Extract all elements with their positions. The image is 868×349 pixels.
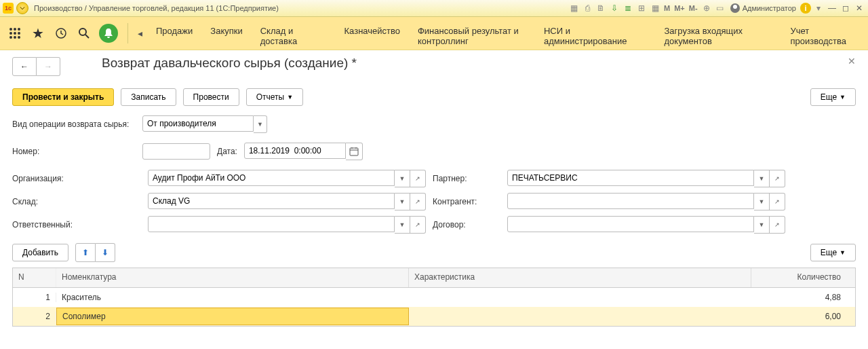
nav-separator: [127, 23, 128, 43]
partner-open-button[interactable]: ↗: [770, 170, 785, 187]
contragent-select[interactable]: ▼ ↗: [507, 193, 785, 210]
search-icon[interactable]: [76, 25, 92, 41]
move-down-button[interactable]: ⬇: [96, 243, 115, 262]
title-bar-tools: ▦ ⎙ 🗎 ⇩ ≣ ⊞ ▦ M M+ M- ⊕ ▭ Администратор …: [568, 2, 865, 14]
info-caret-icon[interactable]: ▾: [812, 2, 825, 14]
col-characteristic[interactable]: Характеристика: [409, 268, 751, 287]
mem-mp[interactable]: M+: [673, 4, 686, 12]
forward-button[interactable]: →: [37, 57, 60, 76]
table-more-button[interactable]: Еще▼: [810, 244, 856, 261]
col-quantity[interactable]: Количество: [751, 268, 846, 287]
dropdown-button[interactable]: [16, 2, 28, 14]
nav-item-finresult[interactable]: Финансовый результат и контроллинг: [418, 20, 526, 46]
mem-m[interactable]: M: [663, 4, 671, 12]
move-up-button[interactable]: ⬆: [75, 243, 96, 262]
op-type-row: Вид операции возврата сырья: ▼: [12, 115, 856, 133]
nav-item-sales[interactable]: Продажи: [156, 20, 193, 36]
date-field[interactable]: [244, 143, 363, 160]
contract-input[interactable]: [507, 216, 754, 232]
post-and-close-button[interactable]: Провести и закрыть: [12, 88, 114, 106]
store-open-button[interactable]: ↗: [410, 193, 426, 210]
maximize-button[interactable]: ◻: [840, 2, 852, 14]
cell-n: 2: [13, 312, 56, 321]
link-icon[interactable]: ⇩: [608, 2, 620, 14]
contragent-open-button[interactable]: ↗: [770, 193, 785, 210]
post-button[interactable]: Провести: [183, 88, 239, 106]
save-icon[interactable]: ▦: [568, 2, 580, 14]
menu-grid-icon[interactable]: [7, 25, 23, 41]
op-type-label: Вид операции возврата сырья:: [12, 120, 136, 129]
number-label: Номер:: [12, 147, 136, 156]
contract-select[interactable]: ▼ ↗: [507, 216, 785, 234]
number-input[interactable]: [142, 143, 210, 160]
org-input[interactable]: [148, 170, 395, 186]
app-logo-icon: 1c: [3, 3, 14, 14]
partner-input[interactable]: [507, 170, 754, 186]
col-n[interactable]: N: [13, 268, 56, 287]
calendar-icon[interactable]: ▦: [649, 2, 661, 14]
contract-open-button[interactable]: ↗: [770, 216, 785, 234]
resp-input[interactable]: [148, 216, 395, 232]
org-select[interactable]: ▼ ↗: [148, 170, 426, 187]
contract-dropdown-button[interactable]: ▼: [754, 216, 770, 234]
contragent-label: Контрагент:: [433, 197, 500, 206]
mem-mm[interactable]: M-: [688, 4, 699, 12]
cell-quantity[interactable]: 6,00: [751, 312, 846, 321]
favorites-icon[interactable]: ★: [30, 25, 46, 41]
org-open-button[interactable]: ↗: [410, 170, 426, 187]
resp-dropdown-button[interactable]: ▼: [395, 216, 410, 234]
cell-nomenclature[interactable]: Краситель: [56, 293, 409, 302]
op-type-dropdown-button[interactable]: ▼: [254, 115, 267, 133]
contragent-input[interactable]: [507, 193, 754, 209]
history-icon[interactable]: [53, 25, 69, 41]
resp-open-button[interactable]: ↗: [410, 216, 426, 234]
nav-item-treasury[interactable]: Казначейство: [344, 20, 400, 36]
add-row-button[interactable]: Добавить: [12, 244, 68, 261]
store-select[interactable]: ▼ ↗: [148, 193, 426, 210]
nav-item-production[interactable]: Учет производства: [791, 20, 861, 46]
reports-button[interactable]: Отчеты▼: [246, 88, 303, 106]
op-type-input[interactable]: [142, 115, 254, 132]
zoom-icon[interactable]: ⊕: [701, 2, 713, 14]
store-input[interactable]: [148, 193, 395, 209]
cell-nomenclature[interactable]: Сополимер: [56, 308, 409, 325]
nav-item-admin[interactable]: НСИ и администрирование: [544, 20, 647, 46]
info-icon[interactable]: i: [800, 3, 811, 14]
nav-prev[interactable]: ◂: [138, 28, 142, 39]
cell-quantity[interactable]: 4,88: [751, 293, 846, 302]
nav-item-warehouse[interactable]: Склад и доставка: [260, 20, 327, 46]
more-button[interactable]: Еще▼: [810, 88, 856, 106]
nav-item-incoming[interactable]: Загрузка входящих документов: [665, 20, 773, 46]
close-button[interactable]: ✕: [853, 2, 865, 14]
back-button[interactable]: ←: [12, 57, 37, 76]
col-nomenclature[interactable]: Номенклатура: [56, 268, 409, 287]
partner-dropdown-button[interactable]: ▼: [754, 170, 770, 187]
calc-icon[interactable]: ⊞: [635, 2, 648, 14]
close-form-button[interactable]: ✕: [848, 56, 856, 67]
minimize-button[interactable]: —: [826, 2, 838, 14]
nav-item-purchases[interactable]: Закупки: [210, 20, 242, 36]
items-table: N Номенклатура Характеристика Количество…: [12, 268, 856, 327]
svg-point-6: [9, 36, 12, 39]
save-button[interactable]: Записать: [121, 88, 176, 106]
compare-icon[interactable]: ≣: [622, 2, 634, 14]
panels-icon[interactable]: ▭: [714, 2, 726, 14]
notifications-icon[interactable]: [99, 24, 118, 43]
partner-select[interactable]: ▼ ↗: [507, 170, 785, 187]
table-row[interactable]: 2 Сополимер 6,00: [13, 307, 855, 326]
doc-icon[interactable]: 🗎: [595, 2, 607, 14]
resp-select[interactable]: ▼ ↗: [148, 216, 426, 234]
calendar-button[interactable]: [346, 143, 363, 160]
table-row[interactable]: 1 Краситель 4,88: [13, 288, 855, 307]
print-icon[interactable]: ⎙: [581, 2, 593, 14]
op-type-select[interactable]: ▼: [142, 115, 267, 133]
date-input[interactable]: [244, 143, 346, 159]
svg-point-1: [14, 28, 16, 31]
contragent-dropdown-button[interactable]: ▼: [754, 193, 770, 210]
store-dropdown-button[interactable]: ▼: [395, 193, 410, 210]
page-title: Возврат давальческого сырья (создание) *: [102, 56, 357, 71]
user-box[interactable]: Администратор: [728, 3, 799, 13]
org-label: Организация:: [12, 174, 141, 183]
reports-label: Отчеты: [256, 92, 284, 102]
org-dropdown-button[interactable]: ▼: [395, 170, 410, 187]
